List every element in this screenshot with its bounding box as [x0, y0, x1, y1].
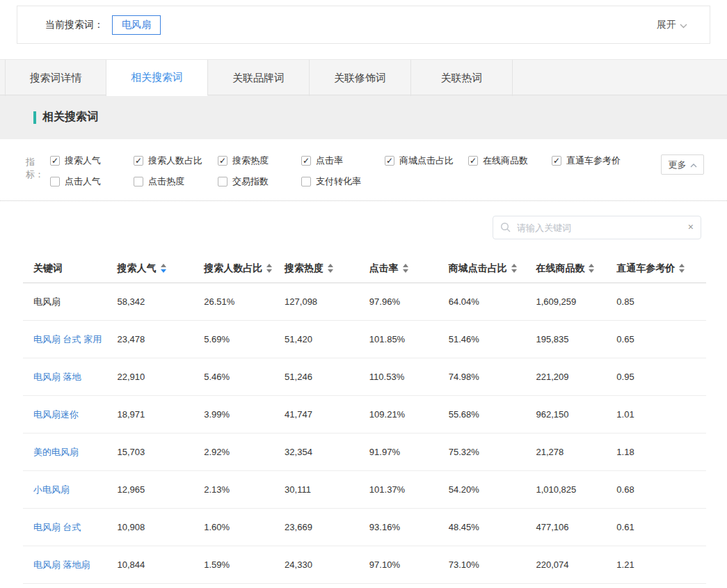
value-cell: 12,965	[118, 484, 205, 495]
checkbox-checked-icon[interactable]: ✓	[134, 156, 143, 166]
checkbox-unchecked-icon[interactable]	[134, 177, 143, 186]
metrics-label: 指标：	[26, 154, 50, 188]
column-label: 搜索热度	[285, 262, 323, 275]
checkbox-checked-icon[interactable]: ✓	[301, 156, 311, 166]
sort-icon[interactable]	[328, 264, 333, 273]
sort-icon[interactable]	[511, 264, 517, 273]
value-cell: 30,111	[285, 484, 369, 495]
keyword-link[interactable]: 小电风扇	[33, 484, 70, 495]
sort-icon[interactable]	[266, 264, 272, 273]
expand-label: 展开	[657, 19, 676, 31]
value-cell: 0.61	[616, 522, 706, 532]
value-cell: 23,669	[285, 522, 369, 532]
section-header: 相关搜索词	[0, 95, 727, 139]
current-keyword-tag[interactable]: 电风扇	[112, 15, 161, 35]
column-header-点击率[interactable]: 点击率	[369, 262, 449, 275]
clear-icon[interactable]: ×	[688, 221, 694, 232]
value-cell: 54.20%	[449, 484, 536, 495]
column-header-商城点击占比[interactable]: 商城点击占比	[449, 262, 536, 275]
table-row: 小电风扇12,9652.13%30,111101.37%54.20%1,010,…	[23, 471, 706, 509]
value-cell: 2.13%	[204, 484, 285, 495]
sort-asc-arrow	[511, 264, 517, 267]
expand-toggle[interactable]: 展开	[657, 19, 687, 31]
table-row: 电风扇 落地22,9105.46%51,246110.53%74.98%221,…	[23, 358, 706, 396]
value-cell: 58,342	[118, 296, 205, 307]
keyword-cell: 电风扇 落地扇	[23, 559, 118, 571]
keyword-link[interactable]: 美的电风扇	[33, 447, 79, 457]
table-body: 电风扇58,34226.51%127,09897.96%64.04%1,609,…	[23, 283, 706, 584]
keyword-link[interactable]: 电风扇 台式	[33, 522, 81, 532]
checkbox-unchecked-icon[interactable]	[218, 177, 227, 186]
metrics-row-2: 点击人气点击热度交易指数支付转化率	[50, 175, 704, 188]
keyword-link[interactable]: 电风扇 台式 家用	[33, 334, 102, 344]
checkbox-checked-icon[interactable]: ✓	[385, 156, 394, 166]
keyword-cell: 电风扇 落地	[23, 371, 118, 383]
tab-关联修饰词[interactable]: 关联修饰词	[310, 60, 411, 96]
tab-相关搜索词[interactable]: 相关搜索词	[106, 60, 208, 96]
tab-搜索词详情[interactable]: 搜索词详情	[5, 60, 106, 96]
column-label: 搜索人数占比	[204, 262, 262, 275]
keyword-cell: 电风扇迷你	[23, 408, 118, 421]
value-cell: 1,609,259	[536, 296, 616, 307]
metric-点击率: ✓点击率	[301, 154, 385, 167]
column-header-在线商品数[interactable]: 在线商品数	[536, 262, 616, 275]
checkbox-checked-icon[interactable]: ✓	[50, 156, 60, 166]
value-cell: 55.68%	[449, 409, 536, 420]
metrics-row-1: ✓搜索人气✓搜索人数占比✓搜索热度✓点击率✓商城点击占比✓在线商品数✓直通车参考…	[50, 154, 704, 167]
table-row: 电风扇迷你18,9713.99%41,747109.21%55.68%962,1…	[23, 396, 706, 434]
checkbox-unchecked-icon[interactable]	[50, 177, 60, 186]
column-header-搜索人数占比[interactable]: 搜索人数占比	[204, 262, 285, 275]
sort-icon[interactable]	[161, 264, 166, 273]
metric-搜索人气: ✓搜索人气	[50, 154, 134, 167]
sort-icon[interactable]	[589, 264, 594, 273]
current-search-label: 当前搜索词：	[45, 19, 104, 31]
checkbox-unchecked-icon[interactable]	[301, 177, 311, 186]
keyword-link[interactable]: 电风扇迷你	[33, 409, 79, 420]
column-header-直通车参考价[interactable]: 直通车参考价	[616, 262, 706, 275]
table-row: 电风扇 台式10,9081.60%23,66993.16%48.45%477,1…	[23, 509, 706, 546]
metric-label: 点击人气	[65, 175, 101, 188]
more-button[interactable]: 更多	[661, 154, 704, 175]
metrics-filter: 指标： ✓搜索人气✓搜索人数占比✓搜索热度✓点击率✓商城点击占比✓在线商品数✓直…	[0, 139, 727, 201]
checkbox-checked-icon[interactable]: ✓	[468, 156, 478, 166]
metric-label: 直通车参考价	[566, 154, 621, 167]
value-cell: 5.69%	[204, 334, 285, 344]
value-cell: 962,150	[536, 409, 616, 420]
checkbox-checked-icon[interactable]: ✓	[218, 156, 227, 166]
search-input[interactable]	[493, 216, 701, 239]
sort-icon[interactable]	[679, 264, 685, 273]
value-cell: 15,703	[118, 447, 205, 457]
value-cell: 48.45%	[449, 522, 536, 532]
checkbox-checked-icon[interactable]: ✓	[552, 156, 561, 166]
value-cell: 3.99%	[204, 409, 285, 420]
column-label: 商城点击占比	[449, 262, 507, 275]
value-cell: 51,420	[285, 334, 369, 344]
search-row: ×	[0, 201, 727, 254]
sort-asc-arrow	[161, 264, 166, 267]
tab-bar: 搜索词详情相关搜索词关联品牌词关联修饰词关联热词	[0, 59, 727, 95]
value-cell: 1.60%	[204, 522, 285, 532]
value-cell: 2.92%	[204, 447, 285, 457]
tab-关联热词[interactable]: 关联热词	[411, 60, 513, 96]
sort-icon[interactable]	[403, 264, 408, 273]
table-row: 美的电风扇15,7032.92%32,35491.97%75.32%21,278…	[23, 434, 706, 471]
keyword-link[interactable]: 电风扇 落地	[33, 372, 81, 382]
value-cell: 127,098	[285, 296, 369, 307]
value-cell: 1.18	[616, 447, 706, 457]
metric-label: 点击热度	[148, 175, 184, 188]
metric-label: 在线商品数	[483, 154, 528, 167]
metric-支付转化率: 支付转化率	[301, 175, 385, 188]
value-cell: 97.10%	[369, 559, 449, 570]
value-cell: 26.51%	[204, 296, 285, 307]
value-cell: 93.16%	[369, 522, 449, 532]
column-label: 直通车参考价	[616, 262, 675, 275]
value-cell: 73.10%	[449, 559, 536, 570]
column-header-搜索人气[interactable]: 搜索人气	[118, 262, 205, 275]
tab-关联品牌词[interactable]: 关联品牌词	[208, 60, 310, 96]
column-header-搜索热度[interactable]: 搜索热度	[285, 262, 369, 275]
keyword-link[interactable]: 电风扇 落地扇	[33, 559, 90, 570]
value-cell: 21,278	[536, 447, 616, 457]
sort-asc-arrow	[403, 264, 408, 267]
value-cell: 110.53%	[369, 372, 449, 382]
metric-商城点击占比: ✓商城点击占比	[385, 154, 468, 167]
